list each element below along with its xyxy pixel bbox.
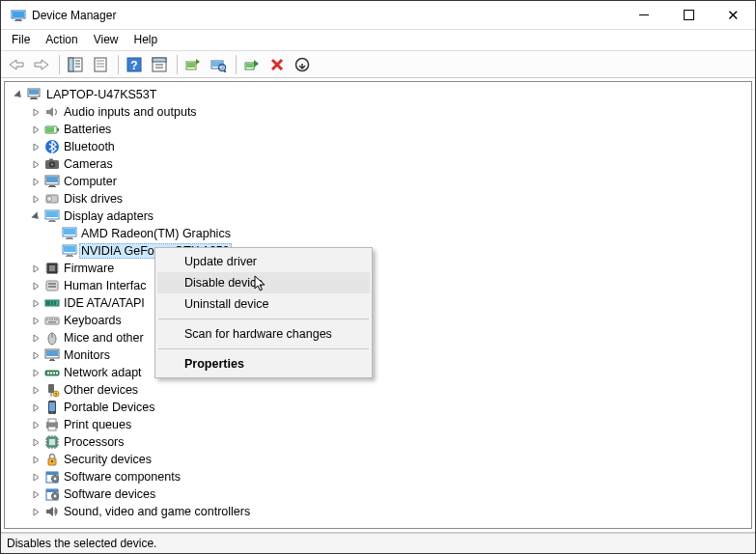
- window-titlebar: Device Manager ✕: [1, 1, 755, 30]
- tree-category-node[interactable]: ? Other devices: [9, 381, 751, 399]
- tree-device-node[interactable]: AMD Radeon(TM) Graphics: [9, 225, 751, 242]
- toolbar-enable-button[interactable]: [240, 53, 264, 76]
- window-minimize-button[interactable]: [622, 1, 666, 29]
- context-properties[interactable]: Properties: [157, 353, 370, 374]
- tree-expander-icon[interactable]: [30, 125, 42, 134]
- svg-rect-82: [48, 321, 56, 323]
- tree-category-node[interactable]: Portable Devices: [9, 399, 751, 416]
- tree-expander-icon[interactable]: [30, 386, 42, 395]
- security-icon: [44, 452, 60, 467]
- svg-rect-95: [51, 393, 52, 397]
- toolbar-back-button[interactable]: [5, 53, 28, 76]
- tree-expander-icon[interactable]: [30, 490, 42, 499]
- tree-category-node[interactable]: Cameras: [9, 155, 751, 173]
- tree-category-node[interactable]: Security devices: [9, 451, 751, 468]
- tree-expander-icon[interactable]: [30, 264, 42, 273]
- window-controls: ✕: [622, 1, 755, 29]
- context-separator: [158, 348, 369, 349]
- context-scan-hardware[interactable]: Scan for hardware changes: [157, 323, 370, 345]
- menu-help[interactable]: Help: [126, 30, 166, 50]
- tree-expander-icon[interactable]: [30, 456, 42, 464]
- svg-rect-80: [54, 319, 56, 321]
- tree-category-node[interactable]: Firmware: [9, 260, 751, 277]
- tree-category-node[interactable]: Computer: [9, 173, 751, 190]
- tree-category-node[interactable]: Software devices: [9, 485, 751, 503]
- svg-rect-102: [48, 419, 56, 423]
- toolbar-properties-button[interactable]: [89, 53, 112, 76]
- svg-rect-91: [50, 373, 52, 374]
- tree-node-label: Other devices: [62, 383, 140, 397]
- tree-category-node[interactable]: Mice and other: [9, 329, 751, 346]
- toolbar-forward-button[interactable]: [30, 53, 53, 76]
- tree-category-node[interactable]: Monitors: [9, 346, 751, 364]
- toolbar-scan-button[interactable]: [207, 53, 230, 76]
- tree-device-node[interactable]: NVIDIA GeForce GTX 1650: [9, 242, 751, 260]
- display-icon: [44, 208, 60, 224]
- tree-category-node[interactable]: Bluetooth: [9, 138, 751, 155]
- window-title: Device Manager: [32, 9, 622, 22]
- tree-node-label: Portable Devices: [62, 401, 157, 414]
- toolbar-uninstall-button[interactable]: [291, 53, 314, 76]
- svg-rect-55: [67, 237, 72, 238]
- tree-expander-icon[interactable]: [30, 282, 42, 291]
- menu-action[interactable]: Action: [38, 30, 85, 50]
- toolbar-disable-button[interactable]: [266, 53, 289, 76]
- tree-category-node[interactable]: Sound, video and game controllers: [9, 503, 751, 520]
- tree-expander-icon[interactable]: [30, 403, 42, 412]
- window-close-button[interactable]: ✕: [711, 1, 755, 29]
- tree-category-node[interactable]: Display adapters: [9, 208, 751, 225]
- tree-expander-icon[interactable]: [30, 317, 42, 325]
- sound-icon: [44, 504, 60, 519]
- svg-text:?: ?: [130, 58, 137, 71]
- svg-rect-58: [64, 246, 75, 252]
- menu-file[interactable]: File: [4, 30, 38, 50]
- toolbar-action-button[interactable]: [148, 53, 171, 76]
- context-update-driver[interactable]: Update driver: [157, 251, 370, 272]
- tree-category-node[interactable]: Processors: [9, 433, 751, 451]
- toolbar-show-hide-button[interactable]: [64, 53, 87, 76]
- context-disable-device[interactable]: Disable device: [157, 272, 370, 293]
- tree-category-node[interactable]: IDE ATA/ATAPI: [9, 294, 751, 312]
- window-maximize-button[interactable]: [666, 1, 711, 29]
- svg-rect-43: [46, 177, 58, 182]
- tree-expander-icon[interactable]: [30, 438, 42, 447]
- tree-expander-icon[interactable]: [30, 369, 42, 377]
- tree-expander-icon[interactable]: [30, 334, 42, 343]
- tree-category-node[interactable]: Print queues: [9, 416, 751, 433]
- svg-rect-125: [46, 489, 58, 492]
- tree-category-node[interactable]: Software components: [9, 468, 751, 485]
- tree-category-node[interactable]: Disk drives: [9, 190, 751, 208]
- tree-expander-icon[interactable]: [13, 91, 24, 99]
- svg-point-100: [51, 412, 52, 413]
- device-tree-panel[interactable]: LAPTOP-U47KS53T Audio inputs and outputs…: [4, 81, 752, 529]
- tree-expander-icon[interactable]: [30, 212, 42, 221]
- tree-expander-icon[interactable]: [30, 160, 42, 169]
- tree-category-node[interactable]: Keyboards: [9, 312, 751, 329]
- processor-icon: [44, 434, 60, 450]
- tree-category-node[interactable]: Network adapt: [9, 364, 751, 381]
- tree-root-node[interactable]: LAPTOP-U47KS53T: [9, 86, 751, 103]
- tree-expander-icon[interactable]: [30, 299, 42, 308]
- svg-rect-60: [66, 256, 73, 257]
- svg-rect-35: [57, 128, 59, 131]
- toolbar-help-button[interactable]: ?: [123, 53, 146, 76]
- toolbar-update-button[interactable]: [182, 53, 205, 76]
- tree-expander-icon[interactable]: [30, 178, 42, 186]
- printer-icon: [44, 417, 60, 432]
- tree-node-label: LAPTOP-U47KS53T: [44, 88, 158, 101]
- tree-category-node[interactable]: Audio inputs and outputs: [9, 103, 751, 121]
- context-separator: [158, 319, 369, 319]
- tree-expander-icon[interactable]: [30, 473, 42, 482]
- menu-view[interactable]: View: [86, 30, 126, 50]
- tree-expander-icon[interactable]: [30, 508, 42, 516]
- tree-expander-icon[interactable]: [30, 143, 42, 152]
- tree-expander-icon[interactable]: [30, 421, 42, 429]
- tree-category-node[interactable]: Batteries: [9, 121, 751, 138]
- context-uninstall-device[interactable]: Uninstall device: [157, 293, 370, 315]
- svg-rect-31: [29, 90, 39, 95]
- tree-node-label: IDE ATA/ATAPI: [62, 296, 147, 310]
- tree-expander-icon[interactable]: [30, 351, 42, 360]
- tree-expander-icon[interactable]: [30, 108, 42, 117]
- tree-expander-icon[interactable]: [30, 195, 42, 204]
- tree-category-node[interactable]: Human Interfac: [9, 277, 751, 294]
